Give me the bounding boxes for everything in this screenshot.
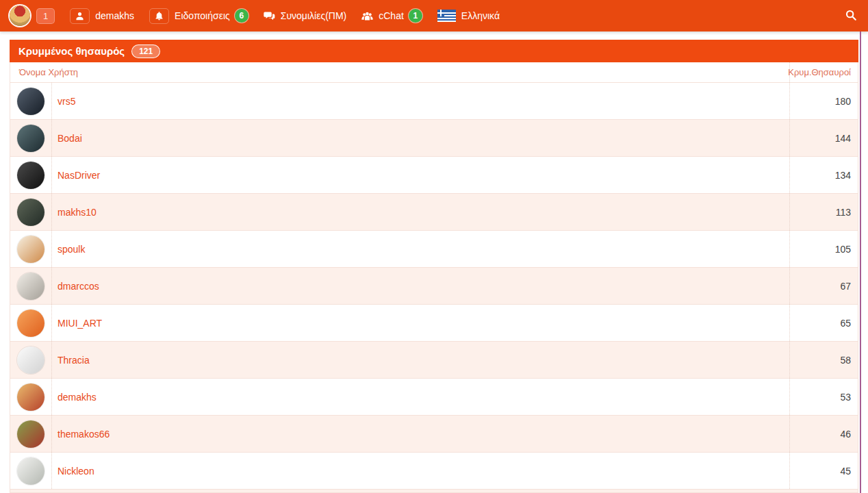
table-row: vrs5 180 — [10, 82, 858, 119]
table-header-row: Όνομα Χρήστη Κρυμ.Θησαυροί — [10, 62, 858, 82]
username-link[interactable]: Thracia — [58, 355, 90, 366]
user-avatar[interactable] — [17, 236, 44, 263]
nav-language[interactable]: Ελληνικά — [437, 10, 500, 22]
avatar-cell — [10, 342, 51, 378]
username-link[interactable]: NasDriver — [58, 170, 100, 181]
treasure-count-cell: 67 — [789, 268, 858, 304]
avatar-cell — [10, 268, 51, 304]
user-avatar[interactable] — [17, 199, 44, 226]
treasure-table: Όνομα Χρήστη Κρυμ.Θησαυροί vrs5 180 Boda… — [10, 62, 858, 493]
username-link[interactable]: MIUI_ART — [58, 318, 102, 329]
user-avatar[interactable] — [17, 309, 44, 337]
username-cell: NasDriver — [51, 157, 789, 193]
table-row: Thracia 58 — [10, 341, 858, 378]
table-row-partial — [10, 489, 858, 492]
treasure-count: 67 — [840, 281, 851, 292]
top-navbar: 1 demakhs Ειδοποιήσεις 6 Συνομιλίες(ΠΜ) … — [0, 0, 868, 31]
treasure-count-cell: 65 — [789, 305, 858, 341]
panel-count-badge: 121 — [131, 45, 160, 58]
cchat-count-badge: 1 — [409, 9, 422, 23]
treasure-count: 113 — [836, 207, 851, 218]
username-cell: spoulk — [51, 231, 789, 267]
avatar-cell — [10, 231, 51, 267]
nav-language-label: Ελληνικά — [461, 10, 500, 21]
table-row: NasDriver 134 — [10, 156, 858, 193]
avatar-cell — [10, 305, 51, 341]
user-avatar[interactable] — [17, 383, 44, 411]
avatar-cell — [10, 379, 51, 415]
username-cell: makhs10 — [51, 194, 789, 230]
greek-flag-icon — [437, 10, 456, 22]
nav-user-label: demakhs — [95, 10, 134, 21]
table-row: MIUI_ART 65 — [10, 304, 858, 341]
treasure-count: 58 — [840, 355, 851, 366]
treasure-count: 105 — [835, 244, 851, 255]
user-avatar[interactable] — [17, 273, 44, 300]
treasure-count-cell: 113 — [789, 194, 858, 230]
panel-title: Κρυμμένος θησαυρός — [18, 45, 125, 57]
table-row: makhs10 113 — [10, 193, 858, 230]
user-avatar[interactable] — [17, 125, 44, 152]
username-cell: Thracia — [51, 342, 789, 378]
avatar-cell — [10, 194, 51, 230]
user-avatar[interactable] — [17, 457, 44, 485]
right-edge-line — [860, 31, 861, 493]
search-icon — [845, 9, 857, 23]
bell-icon — [149, 8, 169, 24]
username-link[interactable]: themakos66 — [58, 429, 110, 440]
column-header-username: Όνομα Χρήστη — [10, 62, 789, 82]
treasure-count-cell: 46 — [789, 416, 858, 452]
user-avatar[interactable] — [17, 162, 44, 189]
search-button[interactable] — [845, 0, 857, 31]
treasure-count-cell: 45 — [789, 453, 858, 489]
table-row: spoulk 105 — [10, 230, 858, 267]
avatar-cell — [10, 453, 51, 489]
treasure-count-cell: 180 — [789, 83, 858, 119]
treasure-panel: Κρυμμένος θησαυρός 121 Όνομα Χρήστη Κρυμ… — [10, 40, 858, 493]
username-link[interactable]: vrs5 — [58, 96, 75, 107]
nav-user[interactable]: demakhs — [70, 8, 134, 24]
treasure-count-cell: 134 — [789, 157, 858, 193]
user-avatar[interactable] — [17, 88, 44, 115]
nav-conversations-label: Συνομιλίες(ΠΜ) — [281, 10, 346, 21]
main-content: Κρυμμένος θησαυρός 121 Όνομα Χρήστη Κρυμ… — [0, 40, 868, 493]
user-avatar[interactable] — [10, 5, 30, 26]
username-cell: vrs5 — [51, 83, 789, 119]
avatar-cell — [10, 157, 51, 193]
nav-cchat[interactable]: cChat 1 — [361, 9, 422, 23]
treasure-count-cell: 53 — [789, 379, 858, 415]
username-link[interactable]: dmarccos — [58, 281, 99, 292]
username-cell: demakhs — [51, 379, 789, 415]
treasure-count: 46 — [840, 429, 851, 440]
username-cell: themakos66 — [51, 416, 789, 452]
user-level-badge[interactable]: 1 — [36, 8, 55, 24]
column-header-treasures: Κρυμ.Θησαυροί — [789, 62, 858, 82]
table-row: Nickleon 45 — [10, 452, 858, 489]
nav-notifications[interactable]: Ειδοποιήσεις 6 — [149, 8, 248, 24]
user-avatar[interactable] — [17, 346, 44, 374]
users-group-icon — [361, 11, 373, 21]
username-link[interactable]: makhs10 — [58, 207, 97, 218]
treasure-count: 180 — [835, 96, 851, 107]
avatar-cell — [10, 416, 51, 452]
username-link[interactable]: Bodai — [58, 133, 82, 144]
treasure-count: 134 — [835, 170, 851, 181]
panel-header: Κρυμμένος θησαυρός 121 — [10, 40, 858, 62]
username-cell: MIUI_ART — [51, 305, 789, 341]
avatar-cell — [10, 120, 51, 156]
person-icon — [70, 8, 90, 24]
treasure-count: 53 — [840, 392, 851, 403]
table-row: Bodai 144 — [10, 119, 858, 156]
username-link[interactable]: demakhs — [58, 392, 97, 403]
username-cell: Bodai — [51, 120, 789, 156]
table-row: demakhs 53 — [10, 378, 858, 415]
user-avatar[interactable] — [17, 420, 44, 448]
username-link[interactable]: spoulk — [58, 244, 85, 255]
username-link[interactable]: Nickleon — [58, 466, 94, 477]
treasure-count: 45 — [840, 466, 851, 477]
username-cell: dmarccos — [51, 268, 789, 304]
nav-conversations[interactable]: Συνομιλίες(ΠΜ) — [264, 10, 346, 21]
table-row: themakos66 46 — [10, 415, 858, 452]
treasure-count-cell: 144 — [789, 120, 858, 156]
nav-cchat-label: cChat — [379, 10, 404, 21]
